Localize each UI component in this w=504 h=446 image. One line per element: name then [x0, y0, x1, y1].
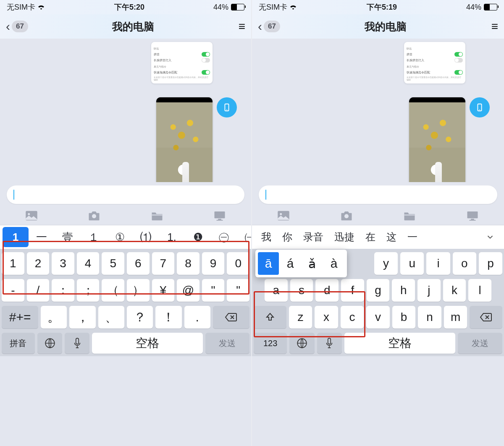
key-dot[interactable]: .	[184, 306, 210, 329]
camera-icon[interactable]	[87, 210, 101, 222]
gallery-icon[interactable]	[276, 210, 291, 222]
chat-area[interactable]: 听说 拼音 长按拼音打入 单元与指令 快速拖拽指令匹配 长按某个指令可查看指令匹…	[252, 39, 504, 206]
key-semicolon[interactable]: ；	[77, 279, 100, 302]
key-6[interactable]: 6	[127, 252, 150, 275]
mic-key[interactable]	[317, 333, 342, 354]
candidate[interactable]: 1.	[159, 227, 185, 247]
back-button[interactable]: ‹ 67	[258, 19, 280, 34]
key-5[interactable]: 5	[102, 252, 124, 275]
key-1[interactable]: 1	[2, 252, 24, 275]
candidate[interactable]: １	[81, 227, 107, 247]
shift-key[interactable]	[254, 306, 286, 329]
candidate[interactable]: ❶	[185, 227, 211, 247]
key-exclaim[interactable]: ！	[155, 306, 181, 329]
accent-option[interactable]: à	[323, 252, 344, 275]
candidate[interactable]: ㈠	[237, 227, 252, 247]
message-input[interactable]	[259, 185, 497, 204]
space-key[interactable]: 空格	[344, 333, 455, 354]
settings-card-message[interactable]: 听说 拼音 长按拼音打入 单元与指令 快速拖拽指令匹配 长按某个指令可查看指令匹…	[151, 42, 213, 83]
menu-button[interactable]: ≡	[491, 20, 498, 33]
key-4[interactable]: 4	[77, 252, 100, 275]
key-comma-cn[interactable]: ，	[69, 306, 95, 329]
accent-option[interactable]: ā	[258, 252, 279, 275]
numeric-switch-key[interactable]: 123	[254, 333, 287, 354]
key-dash[interactable]: -	[2, 279, 24, 302]
key-slash[interactable]: /	[27, 279, 50, 302]
key-v[interactable]: v	[366, 306, 390, 329]
accent-option[interactable]: á	[280, 252, 301, 275]
key-d[interactable]: d	[315, 279, 339, 302]
key-u[interactable]: u	[400, 252, 424, 275]
key-p[interactable]: p	[479, 252, 502, 275]
key-7[interactable]: 7	[152, 252, 175, 275]
candidate[interactable]: 你	[277, 227, 297, 247]
key-n[interactable]: n	[418, 306, 441, 329]
back-button[interactable]: ‹ 67	[6, 19, 28, 34]
key-rquote[interactable]: "	[227, 279, 249, 302]
candidate[interactable]: ⑴	[133, 227, 159, 247]
key-question[interactable]: ？	[127, 306, 153, 329]
key-colon[interactable]: ：	[52, 279, 74, 302]
key-a[interactable]: a	[265, 279, 288, 302]
candidate[interactable]: ㊀	[211, 227, 237, 247]
candidate[interactable]: 在	[360, 227, 381, 247]
key-x[interactable]: x	[315, 306, 338, 329]
candidate[interactable]: 1	[3, 227, 29, 247]
send-key[interactable]: 发送	[458, 333, 502, 354]
photo-message[interactable]	[409, 97, 465, 196]
candidate[interactable]: ①	[107, 227, 133, 247]
key-s[interactable]: s	[290, 279, 313, 302]
folder-icon[interactable]	[150, 210, 164, 222]
key-k[interactable]: k	[443, 279, 466, 302]
key-z[interactable]: z	[289, 306, 312, 329]
key-yen[interactable]: ¥	[152, 279, 175, 302]
key-3[interactable]: 3	[52, 252, 74, 275]
key-i[interactable]: i	[426, 252, 450, 275]
key-l[interactable]: l	[468, 279, 491, 302]
message-input[interactable]	[7, 185, 244, 204]
key-period-cn[interactable]: 。	[41, 306, 67, 329]
candidate[interactable]: 一	[29, 227, 55, 247]
accent-option[interactable]: ǎ	[302, 252, 323, 275]
space-key[interactable]: 空格	[92, 333, 202, 354]
key-8[interactable]: 8	[177, 252, 200, 275]
key-m[interactable]: m	[444, 306, 467, 329]
key-0[interactable]: 0	[227, 252, 249, 275]
backspace-key[interactable]	[213, 306, 249, 329]
photo-message[interactable]	[156, 97, 213, 196]
avatar[interactable]	[470, 97, 490, 117]
candidate[interactable]: 录音	[298, 227, 328, 247]
key-enum-comma[interactable]: 、	[98, 306, 124, 329]
key-9[interactable]: 9	[202, 252, 225, 275]
expand-candidates[interactable]	[480, 227, 500, 247]
globe-key[interactable]	[37, 333, 62, 354]
chat-area[interactable]: 听说 拼音 长按拼音打入 单元与指令 快速拖拽指令匹配 长按某个指令可查看指令匹…	[0, 39, 251, 206]
key-g[interactable]: g	[367, 279, 390, 302]
key-o[interactable]: o	[453, 252, 476, 275]
candidate[interactable]: 这	[381, 227, 402, 247]
settings-card-message[interactable]: 听说 拼音 长按拼音打入 单元与指令 快速拖拽指令匹配 长按某个指令可查看指令匹…	[404, 42, 465, 83]
gallery-icon[interactable]	[24, 210, 39, 222]
candidate[interactable]: 一	[402, 227, 423, 247]
candidate[interactable]: 我	[256, 227, 276, 247]
key-h[interactable]: h	[392, 279, 415, 302]
key-at[interactable]: @	[177, 279, 200, 302]
backspace-key[interactable]	[470, 306, 502, 329]
key-y[interactable]: y	[374, 252, 398, 275]
key-b[interactable]: b	[392, 306, 416, 329]
key-symbols[interactable]: #+=	[2, 306, 38, 329]
key-lparen[interactable]: （	[102, 279, 124, 302]
key-rparen[interactable]: ）	[127, 279, 150, 302]
key-c[interactable]: c	[341, 306, 364, 329]
menu-button[interactable]: ≡	[239, 20, 245, 33]
monitor-icon[interactable]	[465, 210, 480, 222]
mic-key[interactable]	[65, 333, 89, 354]
candidate[interactable]: 壹	[55, 227, 81, 247]
globe-key[interactable]	[289, 333, 314, 354]
key-lquote[interactable]: "	[202, 279, 225, 302]
key-j[interactable]: j	[417, 279, 441, 302]
ime-switch-key[interactable]: 拼音	[2, 333, 35, 354]
camera-icon[interactable]	[339, 210, 354, 222]
monitor-icon[interactable]	[213, 210, 227, 222]
send-key[interactable]: 发送	[205, 333, 249, 354]
